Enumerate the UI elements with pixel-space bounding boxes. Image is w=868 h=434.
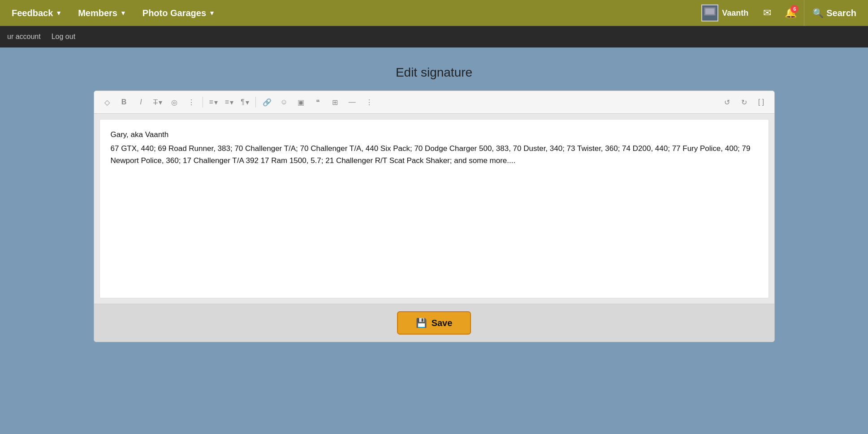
avatar [701, 4, 718, 21]
more-icon-1: ⋮ [188, 98, 195, 107]
nav-feedback[interactable]: Feedback ▼ [4, 0, 70, 26]
navbar: Feedback ▼ Members ▼ Photo Garages ▼ Vaa… [0, 0, 868, 26]
search-button[interactable]: 🔍 Search [804, 0, 864, 26]
undo-button[interactable]: ↺ [720, 95, 735, 110]
main-content: Edit signature ◇ B I T̶ ▾ ◎ ⋮ [0, 47, 868, 434]
list-icon: ≡ [209, 98, 213, 106]
paragraph-icon: ¶ [241, 98, 245, 106]
redo-button[interactable]: ↻ [737, 95, 752, 110]
link-icon: 🔗 [263, 98, 272, 107]
paragraph-chevron: ▾ [246, 98, 249, 107]
table-icon: ⊞ [332, 98, 338, 107]
user-name: Vaanth [722, 9, 748, 18]
search-label: Search [826, 8, 856, 18]
table-button[interactable]: ⊞ [328, 95, 343, 110]
paragraph-button[interactable]: ¶ ▾ [238, 95, 252, 110]
nav-photo-garages[interactable]: Photo Garages ▼ [134, 0, 223, 26]
italic-icon: I [140, 98, 142, 106]
notifications-icon-button[interactable]: 🔔 6 [781, 3, 800, 23]
list-button[interactable]: ≡ ▾ [207, 95, 220, 110]
fullscreen-button[interactable]: [ ] [754, 95, 769, 110]
editor-footer: 💾 Save [94, 304, 774, 342]
more-icon-2: ⋮ [366, 98, 373, 107]
fullscreen-icon: [ ] [758, 98, 764, 106]
mail-icon-button[interactable]: ✉ [757, 3, 777, 23]
text-size-icon: T̶ [153, 98, 158, 107]
save-icon: 💾 [416, 318, 427, 328]
save-button[interactable]: 💾 Save [397, 311, 471, 335]
content-line2: 67 GTX, 440; 69 Road Runner, 383; 70 Cha… [111, 142, 758, 167]
image-icon: ▣ [298, 98, 304, 107]
eraser-button[interactable]: ◇ [99, 95, 115, 110]
navbar-right: Vaanth ✉ 🔔 6 🔍 Search [696, 0, 864, 26]
bold-button[interactable]: B [117, 95, 132, 110]
palette-icon: ◎ [171, 98, 177, 107]
user-area[interactable]: Vaanth [696, 4, 754, 21]
nav-members[interactable]: Members ▼ [70, 0, 134, 26]
text-size-button[interactable]: T̶ ▾ [151, 95, 165, 110]
emoji-button[interactable]: ☺ [276, 95, 292, 110]
align-button[interactable]: ≡ ▾ [222, 95, 236, 110]
editor-toolbar: ◇ B I T̶ ▾ ◎ ⋮ ≡ ▾ ≡ [94, 91, 774, 114]
hr-icon: — [349, 98, 356, 106]
navbar-left: Feedback ▼ Members ▼ Photo Garages ▼ [4, 0, 223, 26]
search-icon: 🔍 [812, 8, 824, 18]
mail-icon: ✉ [763, 7, 771, 19]
emoji-icon: ☺ [281, 98, 288, 106]
align-chevron: ▾ [230, 98, 233, 107]
link-button[interactable]: 🔗 [259, 95, 275, 110]
bold-icon: B [121, 98, 127, 106]
svg-rect-2 [705, 9, 714, 14]
save-label: Save [432, 318, 453, 328]
toolbar-sep-1 [203, 97, 203, 107]
page-title: Edit signature [396, 65, 472, 80]
editor-content[interactable]: Gary, aka Vaanth 67 GTX, 440; 69 Road Ru… [99, 119, 769, 298]
image-button[interactable]: ▣ [294, 95, 309, 110]
palette-button[interactable]: ◎ [167, 95, 182, 110]
more-button-2[interactable]: ⋮ [362, 95, 377, 110]
photo-garages-chevron-icon: ▼ [209, 9, 215, 17]
align-icon: ≡ [225, 98, 229, 106]
photo-garages-label: Photo Garages [143, 8, 206, 18]
eraser-icon: ◇ [104, 98, 110, 107]
hr-button[interactable]: — [345, 95, 360, 110]
notification-badge: 6 [790, 5, 799, 13]
feedback-label: Feedback [12, 8, 53, 18]
logout-link[interactable]: Log out [52, 33, 75, 41]
editor-container: ◇ B I T̶ ▾ ◎ ⋮ ≡ ▾ ≡ [94, 90, 775, 342]
toolbar-right: ↺ ↻ [ ] [720, 95, 769, 110]
quote-button[interactable]: ❝ [311, 95, 326, 110]
your-account-link[interactable]: ur account [7, 33, 41, 41]
text-size-chevron: ▾ [159, 98, 162, 107]
quote-icon: ❝ [316, 98, 320, 107]
more-button-1[interactable]: ⋮ [184, 95, 199, 110]
redo-icon: ↻ [741, 98, 747, 107]
content-line1: Gary, aka Vaanth [111, 129, 758, 141]
italic-button[interactable]: I [134, 95, 149, 110]
feedback-chevron-icon: ▼ [56, 9, 62, 17]
members-label: Members [78, 8, 117, 18]
members-chevron-icon: ▼ [120, 9, 126, 17]
secondary-nav: ur account Log out [0, 26, 868, 47]
list-chevron: ▾ [214, 98, 218, 107]
toolbar-sep-2 [255, 97, 256, 107]
undo-icon: ↺ [724, 98, 730, 107]
